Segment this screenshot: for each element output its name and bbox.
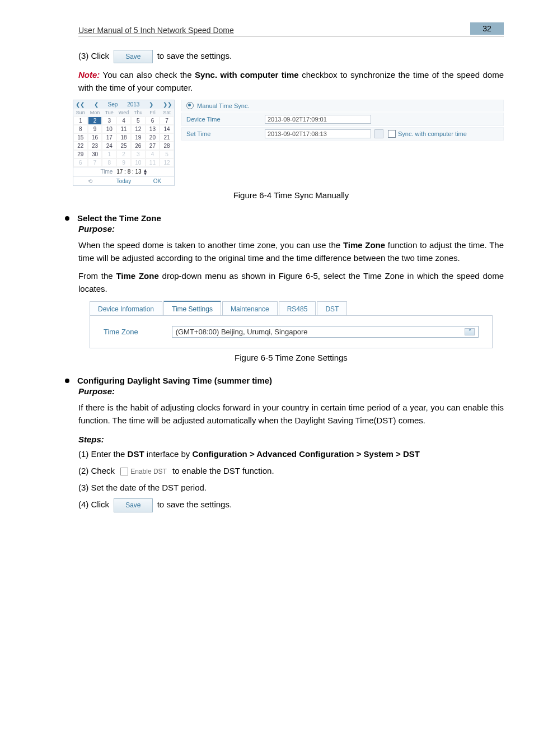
calendar-day[interactable]: 7 <box>160 116 174 125</box>
figure-6-5-caption: Figure 6-5 Time Zone Settings <box>78 353 504 362</box>
s1c: interface by <box>144 449 193 459</box>
dst-paragraph-1: If there is the habit of adjusting clock… <box>78 402 504 427</box>
tab-maintenance[interactable]: Maintenance <box>222 301 278 315</box>
section-dst: Configuring Daylight Saving Time (summer… <box>78 376 504 512</box>
cal-clear-button[interactable]: ⟲ <box>73 177 107 185</box>
calendar-day[interactable]: 2 <box>116 150 131 158</box>
time-zone-select[interactable]: (GMT+08:00) Beijing, Urumqi, Singapore ˅ <box>172 326 479 338</box>
cal-prev-month-icon[interactable]: ❮ <box>94 101 99 108</box>
calendar-day[interactable]: 8 <box>102 158 116 167</box>
calendar-day[interactable]: 1 <box>73 116 88 125</box>
calendar-grid: SunMonTueWedThuFriSat1234567891011121314… <box>73 109 174 167</box>
cal-ok-button[interactable]: OK <box>140 177 174 185</box>
calendar-day[interactable]: 2 <box>88 116 102 125</box>
calendar-icon[interactable] <box>374 129 383 138</box>
calendar-day[interactable]: 9 <box>116 158 131 167</box>
cal-today-button[interactable]: Today <box>107 177 140 185</box>
tab-device-information[interactable]: Device Information <box>90 301 162 315</box>
cal-year: 2013 <box>127 101 139 108</box>
calendar-day[interactable]: 3 <box>102 116 116 125</box>
chevron-down-icon[interactable]: ˅ <box>465 328 475 335</box>
device-time-row: Device Time <box>181 113 504 126</box>
save-button[interactable]: Save <box>114 50 152 63</box>
calendar-day[interactable]: 13 <box>146 125 160 133</box>
bullet-icon <box>65 216 69 221</box>
calendar-day[interactable]: 28 <box>160 142 174 150</box>
calendar-day[interactable]: 15 <box>73 133 88 142</box>
calendar-dow: Tue <box>102 109 116 116</box>
calendar-day[interactable]: 27 <box>146 142 160 150</box>
dst-step-4: (4) Click Save to save the settings. <box>78 498 504 512</box>
note-text-1: You can also check the <box>100 70 195 80</box>
note-label: Note: <box>78 70 100 80</box>
calendar-day[interactable]: 24 <box>102 142 116 150</box>
calendar-day[interactable]: 10 <box>102 125 116 133</box>
tab-rs485[interactable]: RS485 <box>279 301 316 315</box>
calendar-day[interactable]: 29 <box>73 150 88 158</box>
cal-next-year-icon[interactable]: ❯❯ <box>163 101 172 108</box>
step-3-line: (3) Click Save to save the settings. <box>78 50 504 63</box>
time-spinner-icon[interactable]: ▴▾ <box>144 169 147 175</box>
cal-next-month-icon[interactable]: ❯ <box>149 101 153 108</box>
calendar-day[interactable]: 1 <box>102 150 116 158</box>
set-time-input[interactable] <box>265 129 371 138</box>
figure-time-zone-settings: Device InformationTime SettingsMaintenan… <box>90 301 493 348</box>
calendar-day[interactable]: 17 <box>102 133 116 142</box>
calendar-day[interactable]: 22 <box>73 142 88 150</box>
note-bold: Sync. with computer time <box>195 70 299 80</box>
calendar-time-row: Time 17 : 8 : 13 ▴▾ <box>73 167 174 176</box>
calendar-day[interactable]: 6 <box>73 158 88 167</box>
calendar-day[interactable]: 20 <box>146 133 160 142</box>
tab-time-settings[interactable]: Time Settings <box>163 301 221 315</box>
calendar-widget[interactable]: ❮❮ ❮ Sep 2013 ❯ ❯❯ SunMonTueWedThuFriSat… <box>73 100 175 186</box>
calendar-day[interactable]: 18 <box>116 133 131 142</box>
tz-heading: Select the Time Zone <box>77 213 161 223</box>
tab-bar: Device InformationTime SettingsMaintenan… <box>90 301 493 315</box>
calendar-day[interactable]: 26 <box>131 142 146 150</box>
calendar-day[interactable]: 30 <box>88 150 102 158</box>
calendar-day[interactable]: 16 <box>88 133 102 142</box>
radio-selected-icon[interactable] <box>186 102 194 109</box>
note-paragraph: Note: You can also check the Sync. with … <box>78 69 504 94</box>
dst-purpose-label: Purpose: <box>78 386 504 396</box>
cal-prev-year-icon[interactable]: ❮❮ <box>76 101 85 108</box>
calendar-day[interactable]: 4 <box>116 116 131 125</box>
calendar-day[interactable]: 10 <box>131 158 146 167</box>
sync-panel: Manual Time Sync. Device Time Set Time S… <box>181 100 504 142</box>
calendar-day[interactable]: 23 <box>88 142 102 150</box>
sync-computer-checkbox[interactable] <box>388 130 396 138</box>
calendar-day[interactable]: 5 <box>160 150 174 158</box>
dst-step-1: (1) Enter the DST interface by Configura… <box>78 447 504 461</box>
calendar-day[interactable]: 14 <box>160 125 174 133</box>
calendar-day[interactable]: 19 <box>131 133 146 142</box>
tz-paragraph-1: When the speed dome is taken to another … <box>78 239 504 264</box>
dst-step-3: (3) Set the date of the DST period. <box>78 481 504 494</box>
calendar-day[interactable]: 5 <box>131 116 146 125</box>
calendar-day[interactable]: 7 <box>88 158 102 167</box>
calendar-dow: Thu <box>131 109 146 116</box>
calendar-day[interactable]: 11 <box>146 158 160 167</box>
cal-month: Sep <box>108 101 118 108</box>
figure-6-4-caption: Figure 6-4 Time Sync Manually <box>78 190 504 200</box>
time-zone-label: Time Zone <box>104 328 138 336</box>
calendar-day[interactable]: 12 <box>160 158 174 167</box>
calendar-day[interactable]: 21 <box>160 133 174 142</box>
calendar-footer: ⟲ Today OK <box>73 176 174 185</box>
calendar-day[interactable]: 8 <box>73 125 88 133</box>
calendar-day[interactable]: 12 <box>131 125 146 133</box>
save-button[interactable]: Save <box>114 498 152 512</box>
calendar-day[interactable]: 11 <box>116 125 131 133</box>
calendar-day[interactable]: 9 <box>88 125 102 133</box>
bullet-icon <box>65 379 69 383</box>
section-time-zone: Select the Time Zone Purpose: When the s… <box>78 213 504 362</box>
calendar-day[interactable]: 6 <box>146 116 160 125</box>
enable-dst-checkbox[interactable] <box>120 468 128 475</box>
enable-dst-control[interactable]: Enable DST <box>120 466 167 477</box>
dst-heading-row: Configuring Daylight Saving Time (summer… <box>65 376 504 385</box>
steps-label: Steps: <box>78 435 504 444</box>
calendar-day[interactable]: 3 <box>131 150 146 158</box>
time-value[interactable]: 17 : 8 : 13 <box>116 169 141 175</box>
calendar-day[interactable]: 25 <box>116 142 131 150</box>
tab-dst[interactable]: DST <box>317 301 347 315</box>
calendar-day[interactable]: 4 <box>146 150 160 158</box>
